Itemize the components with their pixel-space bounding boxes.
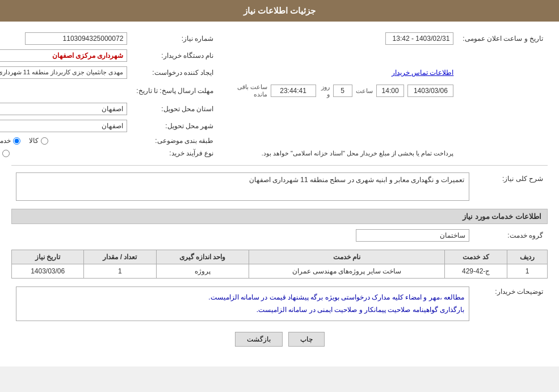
service-group-row: گروه خدمت: ساختمان	[11, 227, 548, 244]
service-group-value: ساختمان	[356, 229, 469, 242]
buyer-note-line1: مطالعه ،مهر و امضاء کلیه مدارک درخواستی …	[21, 292, 464, 304]
cell-unit: پروژه	[156, 264, 249, 279]
buyer-notes-content: مطالعه ،مهر و امضاء کلیه مدارک درخواستی …	[16, 286, 469, 321]
response-date: 1403/03/06	[407, 85, 453, 97]
col-service-code: کد خدمت	[445, 250, 507, 264]
commodity-option-goods[interactable]: کالا	[29, 137, 48, 145]
service-group-label: گروه خدمت:	[474, 227, 548, 244]
creator-label: ایجاد کننده درخواست:	[132, 64, 218, 81]
request-number-label: شماره نیاز:	[132, 30, 218, 47]
buyer-notes-label: توضیحات خریدار:	[474, 284, 548, 323]
services-section-title: اطلاعات خدمات مورد نیاز	[11, 209, 548, 224]
content-area: تاریخ و ساعت اعلان عمومی: 1403/02/31 - 1…	[0, 22, 559, 366]
request-number-value: 1103094325000072	[25, 32, 127, 45]
commodity-radio-service[interactable]	[13, 137, 20, 145]
col-unit: واحد اندازه گیری	[156, 250, 249, 264]
col-date: تاریخ نیاز	[12, 250, 84, 264]
services-table-body: 1 ج-42-429 ساخت سایر پروژه‌های مهندسی عم…	[12, 264, 548, 279]
delivery-city-label: شهر محل تحویل:	[132, 117, 218, 134]
page-title: جزئیات اطلاعات نیاز	[243, 6, 316, 15]
col-service-name: نام خدمت	[249, 250, 445, 264]
page-wrapper: جزئیات اطلاعات نیاز تاریخ و ساعت اعلان ع…	[0, 0, 559, 366]
table-row: تاریخ و ساعت اعلان عمومی: 1403/02/31 - 1…	[0, 30, 548, 47]
cell-quantity: 1	[84, 264, 156, 279]
process-option-minor[interactable]: جزیی	[0, 149, 10, 157]
commodity-label-service: خدمت	[0, 137, 11, 145]
buyer-notes-row: توضیحات خریدار: مطالعه ،مهر و امضاء کلیه…	[11, 284, 548, 323]
services-table-header: ردیف کد خدمت نام خدمت واحد اندازه گیری ت…	[12, 250, 548, 264]
response-time-label: ساعت	[356, 87, 373, 95]
header-row: ردیف کد خدمت نام خدمت واحد اندازه گیری ت…	[12, 250, 548, 264]
process-type-label: نوع فرآیند خرید:	[132, 147, 218, 159]
delivery-city-value: اصفهان	[0, 120, 127, 132]
table-row: پرداخت تمام یا بخشی از مبلغ خریدار محل "…	[0, 147, 548, 159]
commodity-radio-group: کالا/خدمت خدمت کالا	[0, 137, 127, 145]
process-radio-group: متوسط جزیی	[0, 149, 127, 157]
back-button[interactable]: بازگشت	[235, 332, 283, 347]
cell-service-code: ج-42-429	[445, 264, 507, 279]
public-announcement-value: 1403/02/31 - 13:42	[385, 32, 453, 45]
countdown-value: 23:44:41	[271, 85, 316, 97]
cell-service-name: ساخت سایر پروژه‌های مهندسی عمران	[249, 264, 445, 279]
col-row-num: ردیف	[507, 250, 547, 264]
table-row: 1 ج-42-429 ساخت سایر پروژه‌های مهندسی عم…	[12, 264, 548, 279]
buyer-notes-table: توضیحات خریدار: مطالعه ،مهر و امضاء کلیه…	[11, 284, 548, 323]
response-days-label: روز و	[320, 83, 330, 98]
button-row: چاپ بازگشت	[11, 332, 548, 358]
table-row: ساعت باقی مانده 23:44:41 روز و 5 ساعت 14…	[0, 81, 548, 100]
info-table: تاریخ و ساعت اعلان عمومی: 1403/02/31 - 1…	[0, 30, 548, 159]
response-time: 14:00	[376, 85, 405, 97]
delivery-province-label: استان محل تحویل:	[132, 100, 218, 117]
public-announcement-label: تاریخ و ساعت اعلان عمومی:	[458, 30, 548, 47]
table-row: استان محل تحویل: اصفهان	[0, 100, 548, 117]
buyer-org-label: نام دستگاه خریدار:	[132, 47, 218, 64]
page-header: جزئیات اطلاعات نیاز	[0, 0, 559, 22]
description-row: شرح کلی نیاز: تعمیرات و نگهداری معابر و …	[11, 170, 548, 203]
process-radio-minor[interactable]	[2, 150, 10, 157]
buyer-org-value: شهرداری مرکزی اصفهان	[0, 49, 127, 62]
description-label: شرح کلی نیاز:	[474, 170, 548, 203]
buyer-note-line2: بارگذاری گواهینامه صلاحیت پیمانکار و صلا…	[21, 304, 464, 317]
commodity-radio-goods[interactable]	[41, 137, 48, 145]
commodity-type-label: طبقه بندی موضوعی:	[132, 134, 218, 147]
services-table: ردیف کد خدمت نام خدمت واحد اندازه گیری ت…	[11, 250, 548, 279]
table-row: نام دستگاه خریدار: شهرداری مرکزی اصفهان	[0, 47, 548, 64]
creator-link[interactable]: اطلاعات تماس خریدار	[392, 69, 454, 77]
separator-1	[11, 165, 548, 166]
table-row: شهر محل تحویل: اصفهان	[0, 117, 548, 134]
service-group-table: گروه خدمت: ساختمان	[11, 227, 548, 244]
process-note: پرداخت تمام یا بخشی از مبلغ خریدار محل "…	[227, 147, 458, 159]
countdown-label: ساعت باقی مانده	[232, 83, 267, 98]
response-deadline-label: مهلت ارسال پاسخ: تا تاریخ:	[132, 81, 218, 100]
table-row: طبقه بندی موضوعی: کالا/خدمت خدمت کالا	[0, 134, 548, 147]
cell-date: 1403/03/06	[12, 264, 84, 279]
response-days: 5	[333, 85, 352, 97]
delivery-province-value: اصفهان	[0, 103, 127, 115]
cell-row-num: 1	[507, 264, 547, 279]
creator-value: مهدی جانثمیان جزی کاربرداز منطقه 11 شهرد…	[0, 66, 127, 79]
commodity-option-service[interactable]: خدمت	[0, 137, 20, 145]
table-row: اطلاعات تماس خریدار ایجاد کننده درخواست:…	[0, 64, 548, 81]
print-button[interactable]: چاپ	[288, 332, 325, 347]
description-value: تعمیرات و نگهداری معابر و ابنیه شهری در …	[16, 172, 469, 201]
countdown-row: ساعت باقی مانده 23:44:41 روز و 5 ساعت 14…	[232, 83, 453, 98]
description-table: شرح کلی نیاز: تعمیرات و نگهداری معابر و …	[11, 170, 548, 203]
commodity-label-goods: کالا	[29, 137, 39, 145]
col-quantity: تعداد / مقدار	[84, 250, 156, 264]
